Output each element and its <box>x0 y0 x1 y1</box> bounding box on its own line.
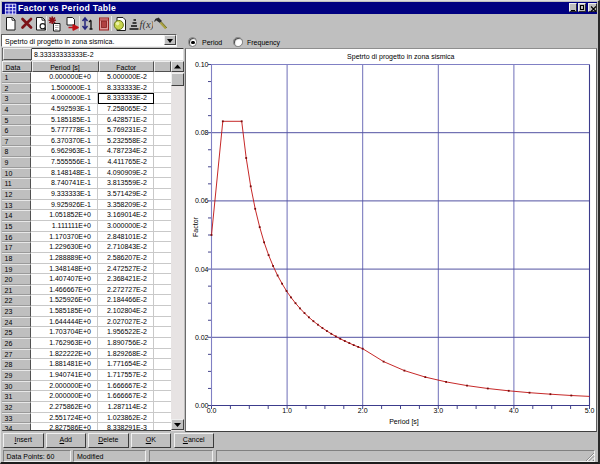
svg-text:f(x): f(x) <box>139 19 153 31</box>
svg-text:0.04: 0.04 <box>195 266 209 273</box>
svg-text:Spetrto di progetto in zona si: Spetrto di progetto in zona sismica <box>347 53 454 61</box>
svg-text:0.02: 0.02 <box>195 334 209 341</box>
svg-text:2.0: 2.0 <box>358 407 368 414</box>
svg-text:1.0: 1.0 <box>282 407 292 414</box>
svg-text:0.10: 0.10 <box>195 61 209 68</box>
svg-text:0.06: 0.06 <box>195 197 209 204</box>
svg-text:5.0: 5.0 <box>585 407 595 414</box>
svg-text:4.0: 4.0 <box>509 407 519 414</box>
svg-text:Factor: Factor <box>192 216 199 237</box>
svg-text:Period [s]: Period [s] <box>389 418 419 426</box>
svg-text:0.0: 0.0 <box>207 407 217 414</box>
svg-text:3.0: 3.0 <box>433 407 443 414</box>
svg-text:0.08: 0.08 <box>195 129 209 136</box>
